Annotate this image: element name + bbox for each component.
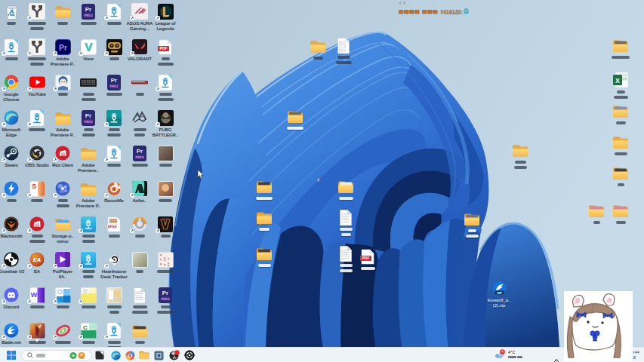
svg-text:PROJ: PROJ [162, 296, 170, 300]
svg-text:Pr: Pr [59, 43, 67, 51]
svg-text:PROJ: PROJ [85, 13, 93, 17]
svg-text:C: C [83, 324, 88, 331]
svg-text:PDF: PDF [160, 46, 168, 51]
svg-text:SPSS: SPSS [108, 224, 117, 228]
svg-text:Pr: Pr [162, 290, 168, 296]
svg-text:ZIP: ZIP [497, 290, 502, 294]
svg-text:PDF: PDF [362, 256, 370, 260]
svg-text:Pr: Pr [85, 112, 91, 119]
svg-text:EA: EA [33, 256, 41, 263]
svg-text:S: S [31, 183, 35, 190]
svg-text:Pr: Pr [85, 6, 91, 13]
svg-text:Pr: Pr [137, 148, 143, 155]
svg-text:X: X [615, 77, 620, 84]
svg-text:W: W [30, 291, 37, 299]
svg-text:PROJ: PROJ [85, 119, 93, 123]
svg-text:Pr: Pr [111, 77, 117, 84]
svg-text:PROJ: PROJ [110, 84, 119, 87]
svg-text:PROJ: PROJ [136, 155, 144, 158]
